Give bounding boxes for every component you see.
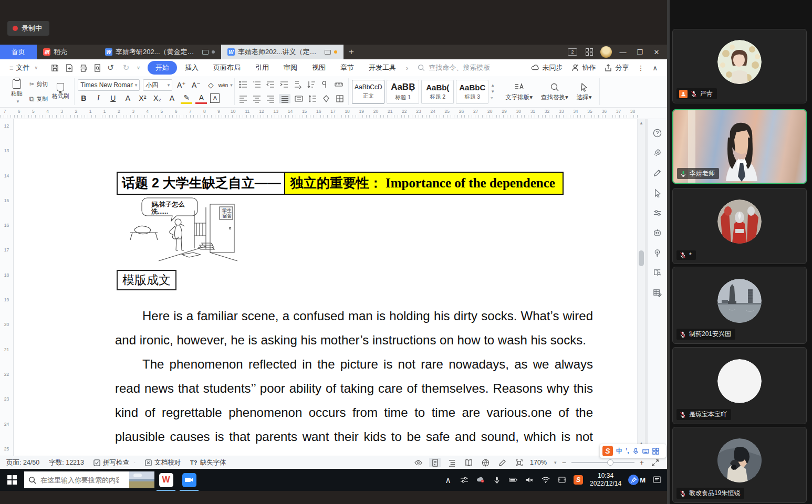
zoom-slider[interactable] [571, 462, 634, 463]
tray-sogou-icon[interactable]: S [574, 475, 583, 485]
select-button[interactable]: 选择▾ [572, 80, 596, 103]
taskbar-search-input[interactable] [40, 476, 119, 484]
tab-ruler-icon[interactable] [334, 79, 344, 90]
fullscreen-icon[interactable] [649, 458, 661, 467]
line-spacing-icon[interactable] [307, 93, 318, 104]
style-normal[interactable]: AaBbCcD 正文 [352, 80, 384, 104]
spellcheck-toggle[interactable]: 拼写检查· [93, 458, 136, 467]
idea-bulb-icon[interactable] [652, 247, 663, 258]
rocket-icon[interactable] [652, 148, 663, 158]
participant-tile-1[interactable]: 严青 [672, 29, 807, 103]
tab-docer[interactable]: 稻 稻壳 [37, 45, 99, 59]
doc-title-highlight[interactable]: 独立的重要性： Importance of the dependence [285, 173, 563, 194]
tray-mic-icon[interactable] [492, 476, 502, 484]
settings-sliders-icon[interactable] [652, 207, 663, 218]
apps-grid-icon[interactable] [582, 46, 597, 58]
undo-icon[interactable]: ↺· [107, 63, 118, 72]
style-heading1[interactable]: AaBḄ 标题 1 [387, 80, 419, 104]
tray-wifi-icon[interactable] [541, 476, 550, 484]
assistant-robot-icon[interactable] [652, 227, 663, 238]
italic-button[interactable]: I [92, 92, 104, 104]
paragraph-1[interactable]: Here is a familiar scene, a confused man… [115, 304, 593, 352]
taskbar-app-wps[interactable]: W [154, 469, 178, 491]
doc-title[interactable]: 话题 2 大学生缺乏自立—— 独立的重要性： Importance of the… [117, 172, 564, 195]
start-button[interactable] [0, 469, 24, 491]
account-avatar[interactable] [599, 46, 613, 58]
menu-tab-section[interactable]: 章节 [334, 61, 361, 75]
zoom-level[interactable]: 170% [530, 459, 547, 466]
superscript-button[interactable]: X² [137, 92, 148, 104]
tray-volume-muted-icon[interactable] [525, 476, 534, 484]
sogou-logo-icon[interactable]: S [602, 446, 613, 456]
read-view-icon[interactable] [463, 458, 474, 467]
tray-cloud-error-icon[interactable] [476, 476, 485, 484]
dictionary-search-icon[interactable] [652, 267, 663, 278]
eye-protect-icon[interactable] [412, 458, 424, 467]
decrease-indent-icon[interactable] [265, 79, 276, 90]
section-label[interactable]: 模版成文 [117, 270, 176, 290]
save-icon[interactable] [50, 64, 59, 72]
notification-center-icon[interactable] [652, 476, 662, 484]
collaborate-button[interactable]: 协作 [571, 63, 596, 72]
redo-icon[interactable]: ↻ [123, 63, 130, 72]
weather-widget[interactable] [129, 471, 154, 488]
export-icon[interactable] [65, 64, 74, 72]
align-right-icon[interactable] [265, 93, 276, 104]
grow-font-button[interactable]: A⁺ [175, 79, 187, 91]
show-marks-icon[interactable] [320, 79, 330, 90]
tray-ime-icon[interactable] [557, 476, 567, 484]
command-search[interactable]: 查找命令、搜索模板 [411, 61, 530, 75]
font-name-combobox[interactable]: Times New Roman▾ [78, 79, 140, 91]
pen-icon[interactable] [652, 167, 663, 178]
tray-battery-icon[interactable] [508, 476, 518, 484]
participant-tile-5[interactable]: 是琼宝本宝吖 [672, 347, 807, 424]
cursor-arrow-icon[interactable] [652, 187, 663, 198]
new-tab-button[interactable]: + [343, 45, 359, 59]
pinyin-guide-button[interactable]: wén▾ [220, 79, 231, 91]
menu-tab-view[interactable]: 视图 [305, 61, 332, 75]
workspace-switch-icon[interactable]: 2 [565, 46, 580, 58]
collapse-ribbon-icon[interactable]: ∧ [652, 64, 658, 72]
zoom-in-button[interactable]: + [640, 458, 644, 467]
shrink-font-button[interactable]: A⁻ [190, 79, 202, 91]
ruler-vertical[interactable]: 1213141516171819202122232425 [0, 119, 14, 456]
format-painter-button[interactable]: 格式刷 [50, 79, 71, 105]
ime-keyboard-icon[interactable] [642, 448, 649, 455]
taskbar-app-meeting[interactable] [178, 469, 201, 491]
shading-icon[interactable] [321, 93, 331, 104]
zoom-out-button[interactable]: − [562, 458, 566, 467]
find-replace-button[interactable]: 查找替换▾ [537, 80, 572, 103]
paste-button[interactable]: 粘贴▾ [6, 79, 27, 105]
sync-status-button[interactable]: 未同步 [531, 63, 563, 72]
participant-tile-2[interactable]: 李婧老师 [672, 109, 807, 184]
numbered-list-icon[interactable] [252, 79, 262, 90]
justify-icon[interactable] [279, 94, 290, 103]
doc-title-plain[interactable]: 话题 2 大学生缺乏自立—— [118, 173, 285, 194]
scrollbar-thumb[interactable] [639, 250, 644, 266]
underline-button[interactable]: U [107, 92, 119, 104]
tab-document-1[interactable]: W 李婧考研202...（黄金定制版） [99, 45, 221, 59]
doc-body-text[interactable]: Here is a familiar scene, a confused man… [115, 304, 593, 456]
subscript-button[interactable]: X₂ [151, 92, 163, 104]
participant-tile-3[interactable]: * [672, 188, 807, 264]
style-heading3[interactable]: AaBbC 标题 3 [456, 80, 488, 104]
font-size-combobox[interactable]: 小四▾ [143, 79, 172, 91]
align-center-icon[interactable] [252, 93, 262, 104]
quickbar-dropdown-icon[interactable]: ∨ [137, 65, 140, 70]
vertical-scrollbar[interactable]: ▲ ▲ ▼ [638, 119, 645, 456]
more-menus-chevron-icon[interactable]: › [404, 64, 410, 72]
fit-page-icon[interactable] [513, 458, 525, 467]
page-view-icon[interactable] [429, 458, 441, 467]
tab-home[interactable]: 首页 [0, 45, 37, 59]
print-icon[interactable] [79, 64, 88, 72]
text-direction-icon[interactable] [293, 79, 303, 90]
scroll-up-icon[interactable]: ▲ [639, 119, 643, 127]
distribute-icon[interactable] [294, 93, 304, 104]
proofread-button[interactable]: 文档校对 [145, 458, 181, 467]
borders-icon[interactable] [335, 93, 345, 104]
help-icon[interactable] [652, 128, 663, 138]
highlight-color-button[interactable]: ✎ [181, 92, 192, 104]
recording-badge[interactable]: 录制中 [7, 21, 49, 36]
word-count[interactable]: 字数: 12213 [49, 458, 84, 467]
cut-button[interactable]: ✂剪切 [29, 78, 48, 91]
